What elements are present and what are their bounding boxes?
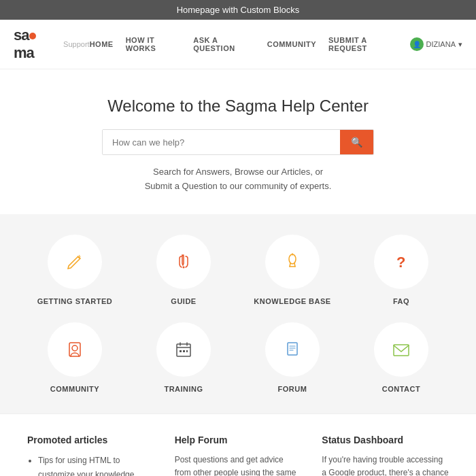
status-text: If you're having trouble accessing a Goo…	[322, 454, 449, 476]
contact-icon	[374, 322, 428, 377]
user-menu[interactable]: 👤 DIZIANA ▾	[410, 37, 462, 51]
list-item: Tips for using HTML to customize your kn…	[38, 454, 154, 476]
getting-started-icon	[48, 235, 102, 289]
nav-ask-question[interactable]: ASK A QUESTION	[193, 36, 255, 52]
logo-text: sama	[14, 27, 54, 62]
svg-point-1	[289, 254, 296, 264]
community-icon	[48, 322, 102, 377]
knowledge-base-icon	[265, 235, 320, 289]
categories-row-1: GETTING STARTED GUIDE	[27, 235, 449, 305]
nav-links: HOME HOW IT WORKS ASK A QUESTION COMMUNI…	[90, 36, 400, 52]
search-button[interactable]: 🔍	[340, 130, 373, 154]
svg-rect-6	[288, 343, 297, 355]
search-bar: 🔍	[102, 129, 374, 155]
svg-rect-7	[394, 345, 409, 356]
category-faq[interactable]: ? FAQ	[354, 235, 449, 305]
subtitle-line1: Search for Answers, Browse our Articles,…	[153, 167, 323, 177]
logo[interactable]: sama	[14, 27, 54, 62]
promoted-title: Promoted articles	[27, 435, 154, 445]
top-bar: Homepage with Custom Blocks	[0, 0, 476, 20]
category-community[interactable]: COMMUNITY	[27, 322, 122, 393]
forum-icon	[265, 322, 320, 377]
help-forum-col: Help Forum Post questions and get advice…	[175, 435, 302, 476]
svg-text:?: ?	[396, 254, 405, 271]
subtitle-line2: Submit a Question to our community of ex…	[145, 181, 332, 191]
training-label: TRAINING	[164, 385, 203, 393]
categories-row-2: COMMUNITY TRAINING FORUM	[27, 322, 449, 393]
forum-title: Help Forum	[175, 435, 302, 445]
category-forum[interactable]: FORUM	[245, 322, 340, 393]
svg-point-0	[183, 266, 185, 268]
promoted-articles-col: Promoted articles Tips for using HTML to…	[27, 435, 154, 476]
forum-label: FORUM	[278, 385, 307, 393]
category-contact[interactable]: CONTACT	[354, 322, 449, 393]
category-training[interactable]: TRAINING	[136, 322, 231, 393]
search-input[interactable]	[103, 130, 340, 154]
category-knowledge-base[interactable]: KNOWLEDGE BASE	[245, 235, 340, 305]
community-label: COMMUNITY	[50, 385, 99, 393]
forum-text: Post questions and get advice from other…	[175, 454, 302, 476]
faq-label: FAQ	[393, 297, 409, 305]
nav-community[interactable]: COMMUNITY	[267, 40, 316, 48]
nav-submit-request[interactable]: SUBMIT A REQUEST	[328, 36, 400, 52]
knowledge-base-label: KNOWLEDGE BASE	[254, 297, 330, 305]
training-icon	[156, 322, 211, 377]
nav-how-it-works[interactable]: HOW IT WORKS	[126, 36, 182, 52]
user-name: DIZIANA	[426, 40, 456, 48]
status-col: Status Dashboard If you're having troubl…	[322, 435, 449, 476]
promoted-list: Tips for using HTML to customize your kn…	[27, 454, 154, 476]
hero-title: Welcome to the Sagma Help Center	[14, 97, 462, 116]
contact-label: CONTACT	[382, 385, 420, 393]
getting-started-label: GETTING STARTED	[37, 297, 113, 305]
status-title: Status Dashboard	[322, 435, 449, 445]
category-getting-started[interactable]: GETTING STARTED	[27, 235, 122, 305]
nav-support-label: Support	[63, 40, 90, 48]
footer-sections: Promoted articles Tips for using HTML to…	[0, 413, 476, 476]
search-icon: 🔍	[351, 137, 362, 148]
svg-point-4	[72, 345, 78, 351]
user-avatar: 👤	[410, 37, 424, 51]
hero-subtitle: Search for Answers, Browse our Articles,…	[14, 165, 462, 194]
nav-home[interactable]: HOME	[90, 40, 114, 48]
user-dropdown-icon: ▾	[458, 40, 462, 49]
navigation: sama Support HOME HOW IT WORKS ASK A QUE…	[0, 20, 476, 69]
hero-section: Welcome to the Sagma Help Center 🔍 Searc…	[0, 69, 476, 214]
top-bar-label: Homepage with Custom Blocks	[177, 5, 300, 15]
faq-icon: ?	[374, 235, 428, 289]
categories-section: GETTING STARTED GUIDE	[0, 214, 476, 413]
guide-icon	[156, 235, 211, 289]
category-guide[interactable]: GUIDE	[136, 235, 231, 305]
guide-label: GUIDE	[171, 297, 196, 305]
